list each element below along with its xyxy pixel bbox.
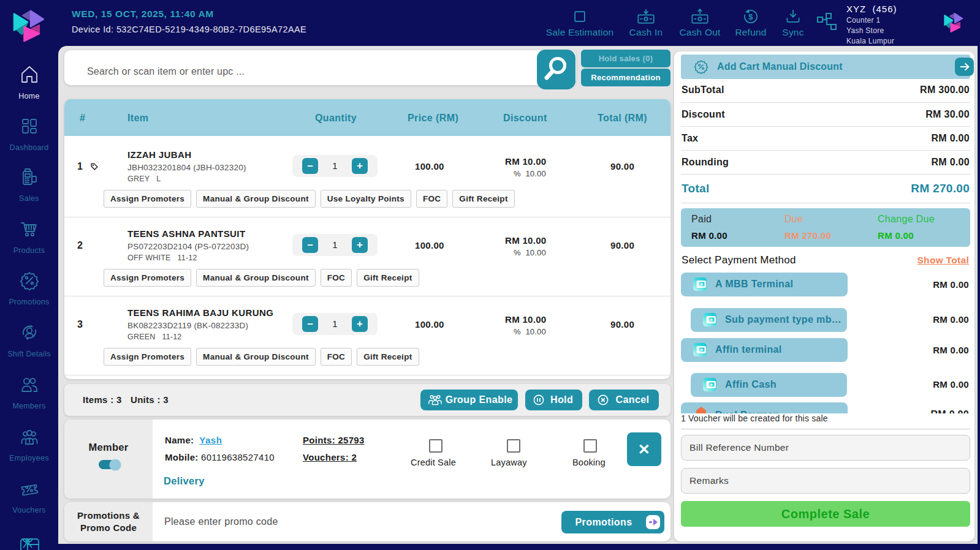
svg-text:$: $ bbox=[748, 12, 753, 21]
